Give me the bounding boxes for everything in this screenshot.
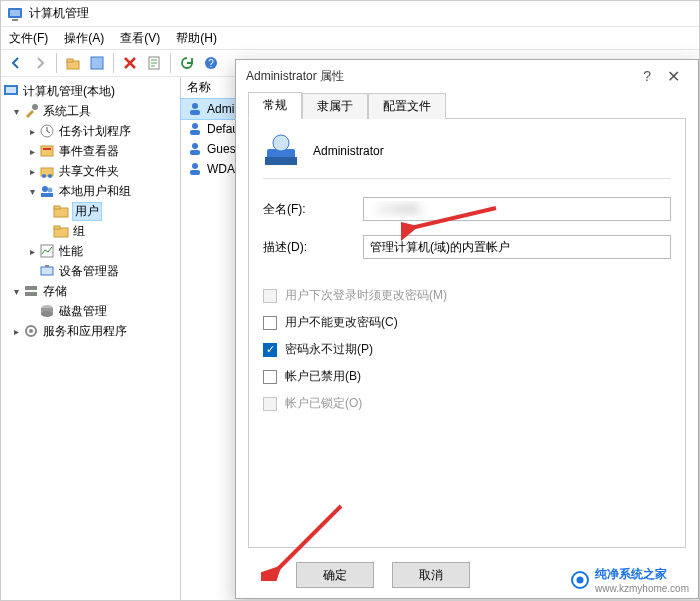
toolbar-sep-3 — [170, 53, 171, 73]
svg-point-31 — [34, 293, 36, 295]
chevron-right-icon[interactable]: ▸ — [25, 166, 39, 177]
dialog-tabs: 常规 隶属于 配置文件 — [248, 92, 686, 118]
svg-point-39 — [192, 123, 198, 129]
storage-icon — [23, 283, 39, 299]
svg-rect-38 — [190, 110, 200, 115]
svg-rect-20 — [41, 193, 53, 197]
cancel-button[interactable]: 取消 — [392, 562, 470, 588]
close-icon[interactable]: ✕ — [659, 67, 688, 86]
tab-general[interactable]: 常规 — [248, 92, 302, 119]
menu-view[interactable]: 查看(V) — [120, 30, 160, 47]
tree-system-tools[interactable]: ▾ 系统工具 — [1, 101, 180, 121]
dialog-title: Administrator 属性 — [246, 68, 344, 85]
svg-point-37 — [192, 103, 198, 109]
description-label: 描述(D): — [263, 239, 363, 256]
perf-icon — [39, 243, 55, 259]
properties-dialog: Administrator 属性 ? ✕ 常规 隶属于 配置文件 Adminis… — [235, 59, 699, 599]
checkbox-icon[interactable] — [263, 316, 277, 330]
description-input[interactable] — [363, 235, 671, 259]
checkbox-icon — [263, 289, 277, 303]
tools-icon — [23, 103, 39, 119]
forward-button[interactable] — [29, 52, 51, 74]
menu-file[interactable]: 文件(F) — [9, 30, 48, 47]
help-icon[interactable]: ? — [635, 68, 659, 84]
menu-help[interactable]: 帮助(H) — [176, 30, 217, 47]
folder-icon — [53, 203, 69, 219]
menubar: 文件(F) 操作(A) 查看(V) 帮助(H) — [1, 27, 699, 49]
tab-memberof[interactable]: 隶属于 — [302, 93, 368, 119]
user-icon — [187, 101, 203, 117]
tree-groups[interactable]: 组 — [1, 221, 180, 241]
tree-event-viewer[interactable]: ▸ 事件查看器 — [1, 141, 180, 161]
fullname-input[interactable] — [363, 197, 671, 221]
svg-rect-42 — [190, 150, 200, 155]
check-cannot-change[interactable]: 用户不能更改密码(C) — [263, 314, 671, 331]
nav-tree[interactable]: 计算机管理(本地) ▾ 系统工具 ▸ 任务计划程序 ▸ 事件查看器 ▸ 共享文件… — [1, 77, 181, 601]
svg-rect-1 — [10, 10, 20, 16]
svg-rect-44 — [190, 170, 200, 175]
watermark-icon — [571, 571, 589, 589]
tree-local-users[interactable]: ▾ 本地用户和组 — [1, 181, 180, 201]
chevron-right-icon[interactable]: ▸ — [9, 326, 23, 337]
account-name: Administrator — [313, 144, 384, 158]
list-item-label: WDA — [207, 162, 235, 176]
check-disabled[interactable]: 帐户已禁用(B) — [263, 368, 671, 385]
svg-rect-13 — [41, 146, 53, 156]
svg-point-34 — [41, 311, 53, 317]
toolbar-sep-2 — [113, 53, 114, 73]
dialog-titlebar[interactable]: Administrator 属性 ? ✕ — [236, 60, 698, 92]
app-icon — [7, 6, 23, 22]
up-button[interactable] — [62, 52, 84, 74]
back-button[interactable] — [5, 52, 27, 74]
user-icon — [187, 121, 203, 137]
tree-performance[interactable]: ▸ 性能 — [1, 241, 180, 261]
tree-storage[interactable]: ▾ 存储 — [1, 281, 180, 301]
svg-rect-27 — [45, 265, 49, 267]
watermark-url: www.kzmyhome.com — [595, 583, 689, 594]
chevron-right-icon[interactable]: ▸ — [25, 146, 39, 157]
svg-rect-14 — [43, 148, 51, 150]
main-titlebar: 计算机管理 — [1, 1, 699, 27]
tree-services-apps[interactable]: ▸ 服务和应用程序 — [1, 321, 180, 341]
event-icon — [39, 143, 55, 159]
export-button[interactable] — [143, 52, 165, 74]
svg-rect-47 — [265, 157, 297, 165]
toolbar-sep — [56, 53, 57, 73]
users-icon — [39, 183, 55, 199]
svg-point-11 — [32, 104, 38, 110]
checkbox-checked-icon[interactable]: ✓ — [263, 343, 277, 357]
chevron-down-icon[interactable]: ▾ — [9, 286, 23, 297]
delete-button[interactable] — [119, 52, 141, 74]
disk-icon — [39, 303, 55, 319]
tree-disk-mgmt[interactable]: 磁盘管理 — [1, 301, 180, 321]
chevron-right-icon[interactable]: ▸ — [25, 126, 39, 137]
tab-pane-general: Administrator 全名(F): 描述(D): 用户下次登录时须更改密码… — [248, 118, 686, 548]
svg-point-19 — [48, 188, 53, 193]
checkbox-icon — [263, 397, 277, 411]
tree-task-scheduler[interactable]: ▸ 任务计划程序 — [1, 121, 180, 141]
tree-root[interactable]: 计算机管理(本地) — [1, 81, 180, 101]
refresh-button[interactable] — [176, 52, 198, 74]
ok-button[interactable]: 确定 — [296, 562, 374, 588]
check-never-expires[interactable]: ✓ 密码永不过期(P) — [263, 341, 671, 358]
tree-shared-folders[interactable]: ▸ 共享文件夹 — [1, 161, 180, 181]
svg-rect-5 — [91, 57, 103, 69]
tree-users[interactable]: 用户 — [1, 201, 180, 221]
tab-profile[interactable]: 配置文件 — [368, 93, 446, 119]
menu-action[interactable]: 操作(A) — [64, 30, 104, 47]
tree-device-manager[interactable]: 设备管理器 — [1, 261, 180, 281]
folder-icon — [53, 223, 69, 239]
chevron-down-icon[interactable]: ▾ — [9, 106, 23, 117]
svg-point-30 — [34, 287, 36, 289]
checkbox-icon[interactable] — [263, 370, 277, 384]
computer-icon — [3, 83, 19, 99]
share-icon — [39, 163, 55, 179]
properties-button[interactable] — [86, 52, 108, 74]
watermark: 纯净系统之家 www.kzmyhome.com — [571, 566, 689, 594]
svg-point-41 — [192, 143, 198, 149]
help-button[interactable]: ? — [200, 52, 222, 74]
svg-point-51 — [577, 577, 584, 584]
main-title: 计算机管理 — [29, 5, 89, 22]
chevron-right-icon[interactable]: ▸ — [25, 246, 39, 257]
chevron-down-icon[interactable]: ▾ — [25, 186, 39, 197]
